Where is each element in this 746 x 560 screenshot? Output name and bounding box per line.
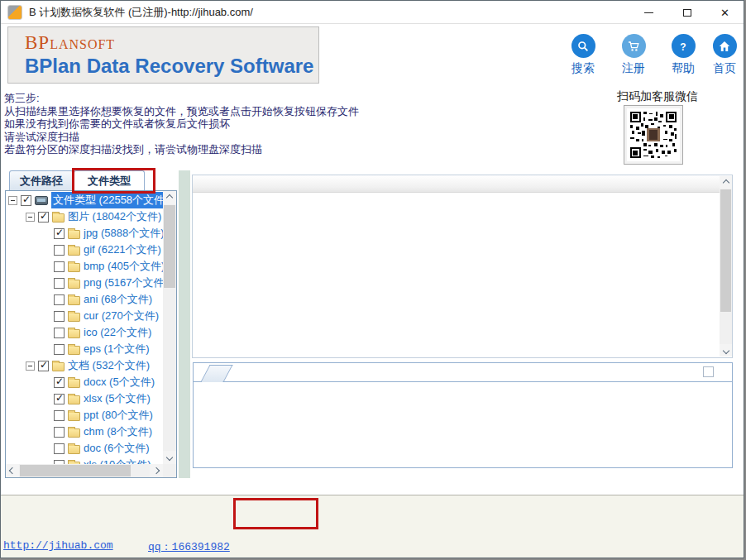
checkbox[interactable] bbox=[54, 427, 65, 438]
folder-icon bbox=[52, 213, 65, 223]
tab-file-path[interactable]: 文件路径 bbox=[9, 170, 74, 190]
scroll-down-arrow[interactable] bbox=[163, 451, 176, 464]
tree-item-label: ani (68个文件) bbox=[84, 292, 163, 307]
folder-icon bbox=[68, 329, 80, 338]
checkbox[interactable] bbox=[21, 195, 31, 206]
maximize-button[interactable] bbox=[668, 1, 705, 24]
folder-icon bbox=[68, 395, 80, 404]
brand-name: BPlansoft bbox=[25, 32, 318, 54]
nav-help[interactable]: ? 帮助 bbox=[665, 34, 701, 76]
horizontal-scrollbar[interactable] bbox=[6, 464, 163, 477]
app-icon bbox=[7, 5, 22, 20]
checkbox[interactable] bbox=[54, 261, 65, 272]
minimize-button[interactable] bbox=[630, 1, 667, 24]
blank-tab bbox=[200, 365, 232, 382]
checkbox[interactable] bbox=[38, 361, 49, 371]
tree-item-label: bmp (405个文件) bbox=[84, 259, 163, 274]
nav-home[interactable]: 首页 bbox=[706, 34, 743, 76]
collapse-toggle-icon[interactable] bbox=[8, 196, 17, 205]
preview-tab-bar bbox=[194, 363, 732, 382]
list-header bbox=[193, 175, 732, 193]
checkbox[interactable] bbox=[54, 294, 65, 305]
scroll-up-arrow[interactable] bbox=[163, 191, 176, 204]
file-type-tree-panel: 文件类型 (22558个文件) 图片 (18042个文件) jpg (5888个… bbox=[5, 190, 177, 478]
home-icon bbox=[718, 40, 731, 53]
window-title: B 计划数据恢复软件 (已注册)-http://jihuab.com/ bbox=[29, 1, 253, 24]
tree-item-label: ppt (80个文件) bbox=[84, 408, 163, 423]
folder-icon bbox=[68, 296, 80, 305]
tree-item-label: chm (8个文件) bbox=[84, 424, 163, 439]
tree-item[interactable]: 图片 (18042个文件) bbox=[6, 208, 163, 225]
checkbox[interactable] bbox=[54, 344, 65, 355]
collapse-toggle-icon[interactable] bbox=[26, 361, 35, 371]
scroll-up-arrow[interactable] bbox=[720, 176, 732, 189]
checkbox[interactable] bbox=[54, 311, 65, 322]
website-link[interactable]: http://jihuab.com bbox=[3, 539, 113, 552]
register-icon bbox=[627, 40, 640, 53]
preview-panel bbox=[193, 362, 733, 468]
tab-file-type[interactable]: 文件类型 bbox=[74, 170, 145, 190]
scrollbar-thumb[interactable] bbox=[20, 465, 131, 476]
instruction-line: 如果没有找到你需要的文件或者恢复后文件损坏 bbox=[4, 117, 359, 131]
tree-item-label: docx (5个文件) bbox=[84, 375, 163, 390]
instruction-line: 从扫描结果里选择你想要恢复的文件，预览或者点击开始恢复按钮保存文件 bbox=[4, 105, 359, 118]
scrollbar-thumb[interactable] bbox=[164, 205, 175, 288]
vertical-scrollbar[interactable] bbox=[163, 191, 176, 464]
folder-icon bbox=[68, 230, 80, 239]
scroll-right-arrow[interactable] bbox=[150, 464, 163, 477]
tree-item[interactable]: docx (5个文件) bbox=[6, 374, 163, 390]
checkbox[interactable] bbox=[54, 278, 65, 289]
tree-item[interactable]: cur (270个文件) bbox=[6, 308, 163, 324]
close-button[interactable]: ✕ bbox=[706, 1, 744, 24]
app-window: B 计划数据恢复软件 (已注册)-http://jihuab.com/ ✕ BP… bbox=[0, 0, 744, 558]
folder-icon bbox=[68, 445, 80, 454]
tree-item[interactable]: eps (1个文件) bbox=[6, 341, 163, 357]
tree-item[interactable]: 文档 (532个文件) bbox=[6, 357, 163, 374]
tree-item-label: jpg (5888个文件) bbox=[84, 226, 163, 241]
checkbox[interactable] bbox=[54, 328, 65, 338]
panel-splitter[interactable] bbox=[179, 170, 190, 478]
nav-register[interactable]: 注册 bbox=[615, 34, 652, 76]
brand-tagline: BPlan Data Recovery Software bbox=[25, 54, 318, 79]
checkbox[interactable] bbox=[54, 394, 65, 404]
checkbox[interactable] bbox=[54, 443, 65, 454]
scrollbar-corner bbox=[163, 464, 176, 477]
instructions: 第三步: 从扫描结果里选择你想要恢复的文件，预览或者点击开始恢复按钮保存文件 如… bbox=[4, 92, 359, 156]
tree-item[interactable]: jpg (5888个文件) bbox=[6, 225, 163, 242]
tree-item-label: xls (10个文件) bbox=[84, 457, 163, 464]
tree-item[interactable]: 文件类型 (22558个文件) bbox=[6, 192, 163, 208]
tree-item-label: 文件类型 (22558个文件) bbox=[51, 192, 163, 208]
tree-item[interactable]: png (5167个文件) bbox=[6, 275, 163, 291]
qr-caption: 扫码加客服微信 bbox=[617, 89, 698, 104]
qq-link[interactable]: qq：166391982 bbox=[148, 539, 230, 554]
tree-item[interactable]: xls (10个文件) bbox=[6, 457, 163, 464]
instruction-line: 请尝试深度扫描 bbox=[4, 131, 359, 144]
checkbox[interactable] bbox=[54, 410, 65, 421]
tree-item-label: doc (6个文件) bbox=[84, 441, 163, 456]
nav-search[interactable]: 搜索 bbox=[565, 34, 601, 76]
tree-item[interactable]: ani (68个文件) bbox=[6, 291, 163, 308]
scan-result-list bbox=[192, 175, 733, 358]
tree-item[interactable]: gif (6221个文件) bbox=[6, 242, 163, 258]
tree-item[interactable]: chm (8个文件) bbox=[6, 424, 163, 440]
tree-item[interactable]: bmp (405个文件) bbox=[6, 258, 163, 275]
qr-code bbox=[624, 105, 683, 165]
folder-icon bbox=[68, 428, 80, 438]
vertical-scrollbar[interactable] bbox=[720, 176, 732, 357]
tree-view: 文件类型 (22558个文件) 图片 (18042个文件) jpg (5888个… bbox=[6, 192, 163, 464]
tree-item-label: 图片 (18042个文件) bbox=[68, 209, 163, 224]
tree-item[interactable]: doc (6个文件) bbox=[6, 440, 163, 457]
collapse-toggle-icon[interactable] bbox=[26, 213, 35, 222]
tree-item[interactable]: ico (22个文件) bbox=[6, 324, 163, 341]
scrollbar-thumb[interactable] bbox=[720, 189, 731, 312]
checkbox[interactable] bbox=[38, 212, 49, 223]
tree-item[interactable]: xlsx (5个文件) bbox=[6, 390, 163, 407]
scroll-left-arrow[interactable] bbox=[6, 464, 19, 477]
folder-icon bbox=[68, 246, 80, 256]
tree-item-label: png (5167个文件) bbox=[84, 275, 163, 290]
checkbox[interactable] bbox=[54, 228, 65, 239]
checkbox[interactable] bbox=[54, 245, 65, 256]
checkbox[interactable] bbox=[54, 377, 65, 388]
tree-item[interactable]: ppt (80个文件) bbox=[6, 407, 163, 424]
scroll-down-arrow[interactable] bbox=[720, 344, 732, 357]
